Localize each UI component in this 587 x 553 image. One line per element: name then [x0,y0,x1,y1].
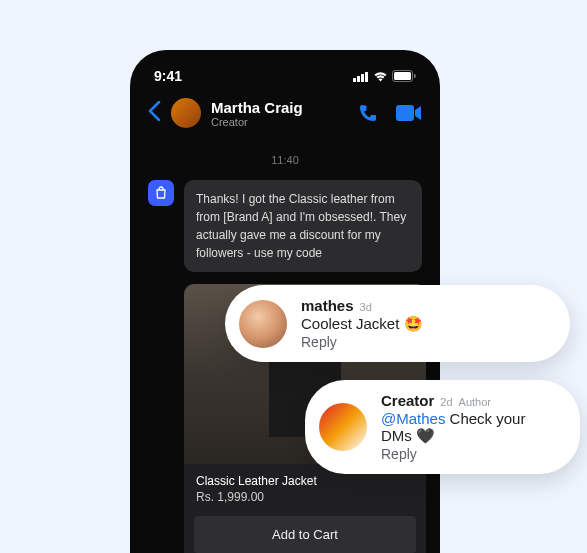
svg-rect-7 [396,105,414,121]
reply-button[interactable]: Reply [301,334,550,350]
shop-bot-icon [148,180,174,206]
svg-rect-0 [353,78,356,82]
comment-username[interactable]: Creator [381,392,434,409]
comment-age: 2d [440,396,452,408]
back-icon[interactable] [148,99,161,127]
comment-text: @Mathes Check your DMs 🖤 [381,410,560,445]
svg-rect-2 [361,74,364,82]
svg-rect-6 [414,74,416,78]
wifi-icon [373,71,388,82]
comment-card: Creator 2d Author @Mathes Check your DMs… [305,380,580,474]
comment-card: mathes 3d Coolest Jacket 🤩 Reply [225,285,570,362]
avatar[interactable] [239,300,287,348]
contact-role: Creator [211,116,348,128]
chat-message: Thanks! I got the Classic leather from f… [184,180,422,272]
video-call-icon[interactable] [396,104,422,122]
mention[interactable]: @Mathes [381,410,445,427]
contact-avatar[interactable] [171,98,201,128]
chat-header: Martha Craig Creator [144,94,426,146]
chat-timestamp: 11:40 [144,154,426,166]
comment-text: Coolest Jacket 🤩 [301,315,550,333]
product-price: Rs. 1,999.00 [196,490,414,504]
signal-icon [353,71,369,82]
svg-rect-1 [357,76,360,82]
status-time: 9:41 [154,68,182,84]
svg-rect-3 [365,72,368,82]
author-tag: Author [459,396,491,408]
comment-username[interactable]: mathes [301,297,354,314]
phone-call-icon[interactable] [358,103,378,123]
comment-age: 3d [360,301,372,313]
product-title: Classic Leather Jacket [196,474,414,488]
svg-rect-5 [394,72,411,80]
contact-name: Martha Craig [211,99,348,116]
add-to-cart-button[interactable]: Add to Cart [194,516,416,553]
status-bar: 9:41 [144,62,426,94]
battery-icon [392,70,416,82]
status-icons [353,70,416,82]
contact-info[interactable]: Martha Craig Creator [211,99,348,128]
reply-button[interactable]: Reply [381,446,560,462]
avatar[interactable] [319,403,367,451]
message-row: Thanks! I got the Classic leather from f… [144,180,426,272]
